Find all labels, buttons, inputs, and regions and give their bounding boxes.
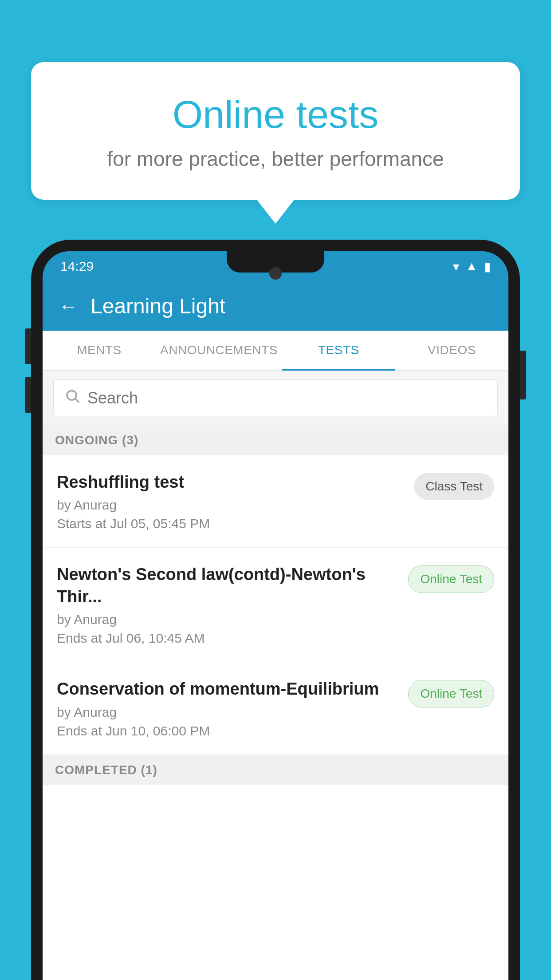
tab-tests[interactable]: TESTS bbox=[282, 331, 395, 370]
speech-bubble-container: Online tests for more practice, better p… bbox=[31, 62, 520, 224]
phone-frame: 14:29 ▾ ▲ ▮ ← Learning Light MENTS ANNOU… bbox=[31, 240, 520, 980]
tab-videos[interactable]: VIDEOS bbox=[395, 331, 508, 370]
test-by-2: by Anurag bbox=[57, 612, 399, 627]
test-date-3: Ends at Jun 10, 06:00 PM bbox=[57, 723, 399, 739]
speech-bubble: Online tests for more practice, better p… bbox=[31, 62, 520, 200]
status-time: 14:29 bbox=[60, 259, 94, 274]
phone-screen: ← Learning Light MENTS ANNOUNCEMENTS TES… bbox=[43, 281, 508, 980]
test-badge-1: Class Test bbox=[414, 473, 494, 500]
completed-section-header: COMPLETED (1) bbox=[43, 755, 508, 785]
app-header: ← Learning Light bbox=[43, 281, 508, 331]
ongoing-section-header: ONGOING (3) bbox=[43, 425, 508, 455]
tab-ments[interactable]: MENTS bbox=[43, 331, 156, 370]
test-name-1: Reshuffling test bbox=[57, 471, 405, 493]
search-container bbox=[43, 371, 508, 425]
phone-mockup: 14:29 ▾ ▲ ▮ ← Learning Light MENTS ANNOU… bbox=[31, 240, 520, 980]
svg-line-1 bbox=[75, 399, 79, 403]
tests-list: Reshuffling test by Anurag Starts at Jul… bbox=[43, 455, 508, 980]
test-item-1[interactable]: Reshuffling test by Anurag Starts at Jul… bbox=[43, 455, 508, 548]
test-name-3: Conservation of momentum-Equilibrium bbox=[57, 678, 399, 700]
battery-icon: ▮ bbox=[484, 259, 491, 274]
test-date-1: Starts at Jul 05, 05:45 PM bbox=[57, 516, 405, 531]
volume-up-button[interactable] bbox=[25, 328, 31, 364]
volume-down-button[interactable] bbox=[25, 377, 31, 413]
signal-icon: ▲ bbox=[465, 259, 478, 273]
back-button[interactable]: ← bbox=[59, 295, 78, 317]
test-info-1: Reshuffling test by Anurag Starts at Jul… bbox=[57, 471, 414, 531]
svg-point-0 bbox=[67, 391, 76, 400]
test-by-1: by Anurag bbox=[57, 498, 405, 513]
phone-camera bbox=[269, 267, 282, 280]
app-title: Learning Light bbox=[91, 294, 225, 318]
test-date-2: Ends at Jul 06, 10:45 AM bbox=[57, 631, 399, 646]
tabs-bar: MENTS ANNOUNCEMENTS TESTS VIDEOS bbox=[43, 331, 508, 371]
search-input[interactable] bbox=[87, 389, 487, 407]
speech-bubble-title: Online tests bbox=[67, 93, 484, 136]
wifi-icon: ▾ bbox=[453, 259, 459, 274]
tab-announcements[interactable]: ANNOUNCEMENTS bbox=[156, 331, 282, 370]
speech-bubble-subtitle: for more practice, better performance bbox=[67, 147, 484, 171]
test-info-2: Newton's Second law(contd)-Newton's Thir… bbox=[57, 564, 408, 646]
test-item-3[interactable]: Conservation of momentum-Equilibrium by … bbox=[43, 662, 508, 755]
speech-bubble-arrow bbox=[257, 200, 294, 224]
status-icons: ▾ ▲ ▮ bbox=[453, 259, 491, 274]
phone-notch bbox=[227, 251, 324, 273]
test-badge-3: Online Test bbox=[408, 680, 494, 707]
test-item-2[interactable]: Newton's Second law(contd)-Newton's Thir… bbox=[43, 548, 508, 662]
test-info-3: Conservation of momentum-Equilibrium by … bbox=[57, 678, 408, 738]
test-by-3: by Anurag bbox=[57, 705, 399, 720]
test-badge-2: Online Test bbox=[408, 565, 494, 593]
test-name-2: Newton's Second law(contd)-Newton's Thir… bbox=[57, 564, 399, 608]
power-button[interactable] bbox=[520, 351, 526, 399]
search-icon bbox=[64, 388, 80, 408]
search-input-wrapper bbox=[53, 379, 498, 416]
